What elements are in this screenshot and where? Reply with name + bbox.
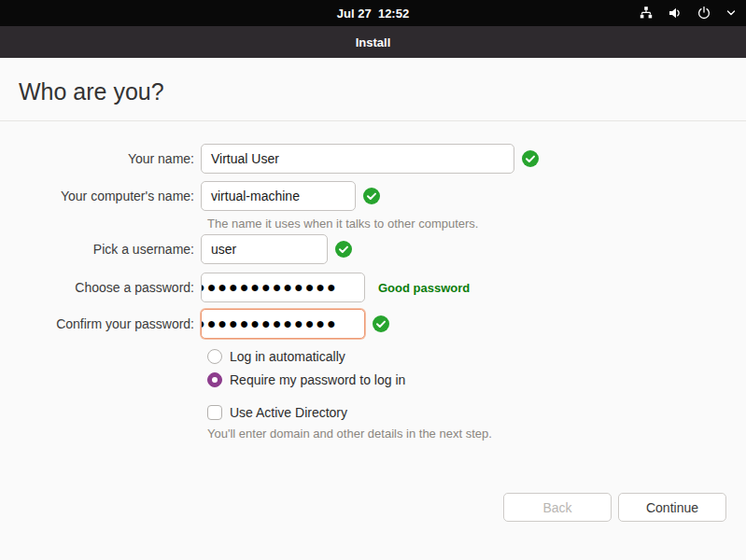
chevron-down-icon[interactable] [725, 7, 737, 19]
login-automatically-option[interactable]: Log in automatically [207, 347, 746, 366]
name-row: Your name: Virtual User [0, 144, 746, 174]
active-directory-label: Use Active Directory [230, 405, 347, 420]
active-directory-checkbox[interactable] [207, 405, 222, 420]
confirm-password-label: Confirm your password: [0, 316, 201, 331]
confirm-password-input[interactable]: ●●●●●●●●●●●●● [201, 309, 365, 339]
confirm-password-row: Confirm your password: ●●●●●●●●●●●●● [0, 309, 746, 339]
power-icon[interactable] [697, 6, 711, 21]
name-label: Your name: [0, 151, 201, 166]
password-strength-text: Good password [378, 281, 470, 295]
username-input[interactable]: user [201, 234, 328, 264]
active-directory-option[interactable]: Use Active Directory [207, 403, 746, 422]
continue-button[interactable]: Continue [618, 493, 726, 522]
computer-name-valid-check-icon [363, 188, 380, 204]
computer-name-helper-text: The name it uses when it talks to other … [207, 217, 746, 231]
username-row: Pick a username: user [0, 234, 746, 264]
password-row: Choose a password: ●●●●●●●●●●●●● Good pa… [0, 273, 746, 302]
computer-name-row: Your computer's name: virtual-machine [0, 181, 746, 211]
computer-name-label: Your computer's name: [0, 189, 201, 203]
network-icon[interactable] [639, 6, 654, 21]
system-status-area[interactable] [639, 0, 737, 26]
require-password-option[interactable]: Require my password to log in [207, 371, 746, 389]
computer-name-input[interactable]: virtual-machine [201, 181, 356, 211]
username-valid-check-icon [335, 241, 352, 258]
login-automatically-radio[interactable] [207, 349, 222, 364]
active-directory-helper-text: You'll enter domain and other details in… [207, 427, 746, 441]
clock[interactable]: Jul 27 12:52 [337, 7, 409, 21]
back-button[interactable]: Back [503, 493, 612, 522]
username-label: Pick a username: [0, 242, 201, 257]
footer-button-bar: Back Continue [0, 493, 746, 522]
confirm-password-valid-check-icon [373, 315, 389, 332]
name-input[interactable]: Virtual User [201, 144, 514, 174]
name-valid-check-icon [522, 150, 539, 167]
who-are-you-form: Your name: Virtual User Your computer's … [0, 121, 746, 522]
window-title: Install [356, 35, 391, 49]
login-automatically-label: Log in automatically [230, 349, 345, 364]
password-input[interactable]: ●●●●●●●●●●●●● [201, 273, 365, 302]
top-bar: Jul 27 12:52 [0, 0, 746, 26]
volume-icon[interactable] [668, 6, 683, 21]
require-password-radio[interactable] [207, 372, 222, 387]
window-titlebar: Install [0, 26, 746, 58]
require-password-label: Require my password to log in [230, 372, 405, 387]
password-label: Choose a password: [0, 280, 201, 295]
page-title: Who are you? [19, 78, 727, 105]
